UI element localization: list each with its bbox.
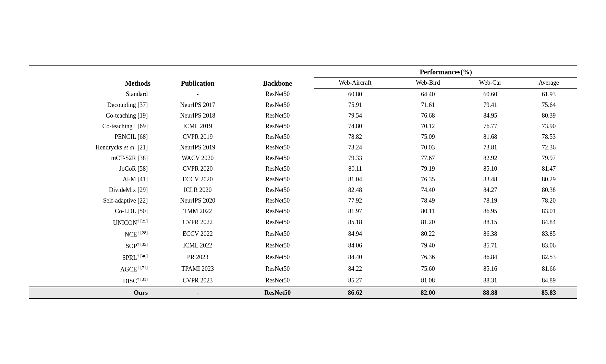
method-text: Hendrycks bbox=[95, 144, 123, 151]
average-cell: 72.36 bbox=[520, 142, 577, 153]
method-cell: AGCE† [71] bbox=[29, 263, 155, 275]
method-cell: SPRL† [46] bbox=[29, 252, 155, 263]
table-container: Methods Publication Backbone Performance… bbox=[29, 65, 577, 299]
method-main-text: SPRL bbox=[122, 254, 137, 261]
publication-cell: ECCV 2020 bbox=[155, 174, 241, 185]
method-cell: PENCIL [68] bbox=[29, 132, 155, 142]
web-aircraft-cell: 75.91 bbox=[314, 100, 396, 110]
web-car-cell: 86.84 bbox=[460, 252, 520, 263]
method-cell: UNICON† [25] bbox=[29, 217, 155, 228]
backbone-cell: ResNet50 bbox=[241, 206, 314, 217]
web-car-cell: 86.38 bbox=[460, 228, 520, 240]
method-cell: JoCoR [58] bbox=[29, 163, 155, 174]
method-main-text: NCE bbox=[125, 231, 137, 238]
table-row: Standard-ResNet5060.8064.4060.6061.93 bbox=[29, 89, 577, 100]
table-row: JoCoR [58]CVPR 2020ResNet5080.1179.1985.… bbox=[29, 163, 577, 174]
table-row: DISC† [31]CVPR 2023ResNet5085.2781.0888.… bbox=[29, 275, 577, 287]
average-cell: 61.93 bbox=[520, 89, 577, 100]
web-car-cell: 78.19 bbox=[460, 195, 520, 206]
backbone-cell: ResNet50 bbox=[241, 153, 314, 163]
method-suffix: † [71] bbox=[137, 265, 148, 270]
method-suffix: † [28] bbox=[137, 230, 148, 235]
web-car-cell: 60.60 bbox=[460, 89, 520, 100]
web-aircraft-cell: 79.33 bbox=[314, 153, 396, 163]
method-cell: Decoupling [37] bbox=[29, 100, 155, 110]
method-cell: Co-LDL [50] bbox=[29, 206, 155, 217]
backbone-cell: ResNet50 bbox=[241, 217, 314, 228]
web-car-cell: 73.81 bbox=[460, 142, 520, 153]
method-cell: Hendrycks et al. [21] bbox=[29, 142, 155, 153]
web-bird-cell: 77.67 bbox=[396, 153, 460, 163]
table-row: mCT-S2R [38]WACV 2020ResNet5079.3377.678… bbox=[29, 153, 577, 163]
web-bird-cell: 76.35 bbox=[396, 174, 460, 185]
backbone-cell: ResNet50 bbox=[241, 132, 314, 142]
average-cell: 80.29 bbox=[520, 174, 577, 185]
web-aircraft-cell: 81.04 bbox=[314, 174, 396, 185]
table-row: Co-teaching+ [69]ICML 2019ResNet5074.807… bbox=[29, 121, 577, 132]
method-suffix: † [25] bbox=[137, 218, 148, 223]
backbone-cell: ResNet50 bbox=[241, 174, 314, 185]
web-bird-cell: 80.11 bbox=[396, 206, 460, 217]
publication-cell: ICML 2019 bbox=[155, 121, 241, 132]
web-aircraft-cell: 84.40 bbox=[314, 252, 396, 263]
web-bird-cell: 81.08 bbox=[396, 275, 460, 287]
table-row: SOP† [35]ICML 2022ResNet5084.0679.4085.7… bbox=[29, 240, 577, 252]
backbone-cell: ResNet50 bbox=[241, 195, 314, 206]
method-main-text: SOP bbox=[126, 243, 137, 250]
method-main-text: UNICON bbox=[113, 219, 137, 226]
average-cell: 81.47 bbox=[520, 163, 577, 174]
web-car-cell: 76.77 bbox=[460, 121, 520, 132]
method-suffix: † [46] bbox=[137, 253, 148, 258]
web-car-cell: 84.27 bbox=[460, 185, 520, 195]
web-aircraft-cell: 60.80 bbox=[314, 89, 396, 100]
publication-cell: - bbox=[155, 287, 241, 299]
backbone-cell: ResNet50 bbox=[241, 228, 314, 240]
backbone-cell: ResNet50 bbox=[241, 100, 314, 110]
web-bird-cell: 78.49 bbox=[396, 195, 460, 206]
web-car-cell: 86.95 bbox=[460, 206, 520, 217]
web-bird-cell: 76.68 bbox=[396, 110, 460, 121]
web-aircraft-cell: 78.82 bbox=[314, 132, 396, 142]
backbone-header: Backbone bbox=[241, 66, 314, 89]
web-car-cell: 84.95 bbox=[460, 110, 520, 121]
web-bird-cell: 64.40 bbox=[396, 89, 460, 100]
backbone-cell: ResNet50 bbox=[241, 252, 314, 263]
web-car-header: Web-Car bbox=[460, 77, 520, 89]
table-row: UNICON† [25]CVPR 2022ResNet5085.1881.208… bbox=[29, 217, 577, 228]
table-row: Decoupling [37]NeurIPS 2017ResNet5075.91… bbox=[29, 100, 577, 110]
publication-cell: ECCV 2022 bbox=[155, 228, 241, 240]
backbone-cell: ResNet50 bbox=[241, 110, 314, 121]
method-suffix: † [31] bbox=[137, 277, 148, 282]
backbone-cell: ResNet50 bbox=[241, 142, 314, 153]
web-car-cell: 83.48 bbox=[460, 174, 520, 185]
web-aircraft-cell: 85.18 bbox=[314, 217, 396, 228]
backbone-cell: ResNet50 bbox=[241, 89, 314, 100]
performances-header: Performances(%) bbox=[314, 66, 577, 78]
average-cell: 83.85 bbox=[520, 228, 577, 240]
method-cell: Ours bbox=[29, 287, 155, 299]
table-body: Standard-ResNet5060.8064.4060.6061.93Dec… bbox=[29, 89, 577, 299]
publication-cell: PR 2023 bbox=[155, 252, 241, 263]
web-bird-cell: 70.03 bbox=[396, 142, 460, 153]
method-cell: Standard bbox=[29, 89, 155, 100]
publication-cell: TMM 2022 bbox=[155, 206, 241, 217]
method-cell: Co-teaching+ [69] bbox=[29, 121, 155, 132]
backbone-cell: ResNet50 bbox=[241, 263, 314, 275]
publication-cell: ICLR 2020 bbox=[155, 185, 241, 195]
web-bird-cell: 82.00 bbox=[396, 287, 460, 299]
table-row: AGCE† [71]TPAMI 2023ResNet5084.2275.6085… bbox=[29, 263, 577, 275]
average-cell: 78.20 bbox=[520, 195, 577, 206]
method-cell: mCT-S2R [38] bbox=[29, 153, 155, 163]
web-aircraft-cell: 85.27 bbox=[314, 275, 396, 287]
publication-cell: WACV 2020 bbox=[155, 153, 241, 163]
web-aircraft-header: Web-Aircraft bbox=[314, 77, 396, 89]
method-cell: DISC† [31] bbox=[29, 275, 155, 287]
web-aircraft-cell: 82.48 bbox=[314, 185, 396, 195]
average-cell: 84.89 bbox=[520, 275, 577, 287]
web-car-cell: 85.71 bbox=[460, 240, 520, 252]
web-bird-cell: 74.40 bbox=[396, 185, 460, 195]
table-row: PENCIL [68]CVPR 2019ResNet5078.8275.0981… bbox=[29, 132, 577, 142]
publication-cell: CVPR 2019 bbox=[155, 132, 241, 142]
web-aircraft-cell: 80.11 bbox=[314, 163, 396, 174]
web-bird-cell: 79.40 bbox=[396, 240, 460, 252]
